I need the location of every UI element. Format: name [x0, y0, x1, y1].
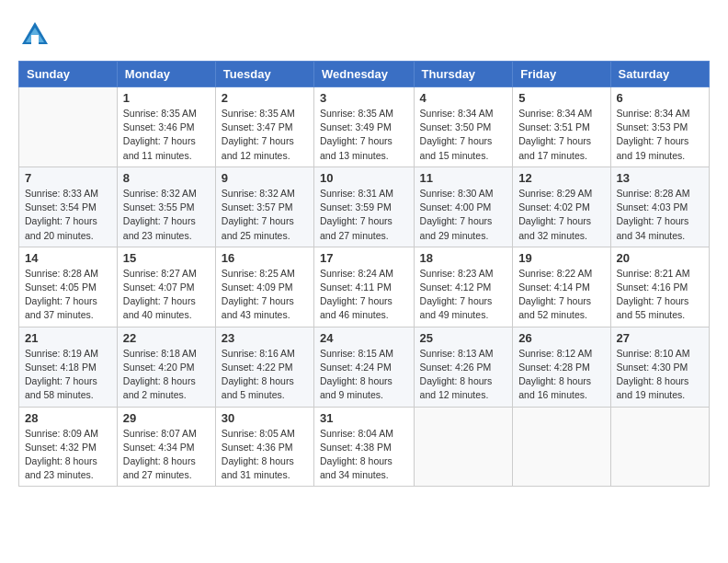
day-info: Sunrise: 8:18 AMSunset: 4:20 PMDaylight:… — [123, 347, 210, 403]
day-info: Sunrise: 8:30 AMSunset: 4:00 PMDaylight:… — [420, 187, 507, 243]
calendar-cell — [513, 407, 610, 487]
day-number: 28 — [25, 411, 111, 425]
day-info: Sunrise: 8:13 AMSunset: 4:26 PMDaylight:… — [420, 347, 507, 403]
logo-icon — [18, 18, 51, 52]
day-info: Sunrise: 8:07 AMSunset: 4:34 PMDaylight:… — [123, 427, 210, 483]
day-info: Sunrise: 8:12 AMSunset: 4:28 PMDaylight:… — [518, 347, 604, 403]
day-info: Sunrise: 8:35 AMSunset: 3:46 PMDaylight:… — [123, 107, 210, 163]
day-number: 15 — [123, 251, 210, 265]
calendar-cell: 13Sunrise: 8:28 AMSunset: 4:03 PMDayligh… — [610, 167, 709, 247]
weekday-header: Wednesday — [314, 62, 415, 87]
calendar-cell: 22Sunrise: 8:18 AMSunset: 4:20 PMDayligh… — [117, 327, 215, 407]
day-number: 18 — [420, 251, 507, 265]
day-info: Sunrise: 8:31 AMSunset: 3:59 PMDaylight:… — [320, 187, 408, 243]
day-info: Sunrise: 8:19 AMSunset: 4:18 PMDaylight:… — [25, 347, 111, 403]
calendar-cell: 5Sunrise: 8:34 AMSunset: 3:51 PMDaylight… — [513, 87, 610, 167]
day-info: Sunrise: 8:35 AMSunset: 3:49 PMDaylight:… — [320, 107, 408, 163]
day-number: 27 — [617, 331, 703, 345]
day-info: Sunrise: 8:16 AMSunset: 4:22 PMDaylight:… — [222, 347, 308, 403]
day-number: 12 — [518, 171, 604, 185]
day-info: Sunrise: 8:34 AMSunset: 3:50 PMDaylight:… — [420, 107, 507, 163]
day-number: 19 — [518, 251, 604, 265]
day-info: Sunrise: 8:34 AMSunset: 3:51 PMDaylight:… — [518, 107, 604, 163]
calendar-cell: 28Sunrise: 8:09 AMSunset: 4:32 PMDayligh… — [19, 407, 118, 487]
page: SundayMondayTuesdayWednesdayThursdayFrid… — [0, 0, 728, 496]
calendar-cell: 21Sunrise: 8:19 AMSunset: 4:18 PMDayligh… — [19, 327, 118, 407]
day-number: 6 — [617, 91, 703, 105]
calendar-cell — [414, 407, 513, 487]
day-number: 20 — [617, 251, 703, 265]
day-number: 7 — [25, 171, 111, 185]
weekday-header: Thursday — [414, 62, 513, 87]
day-info: Sunrise: 8:15 AMSunset: 4:24 PMDaylight:… — [320, 347, 408, 403]
day-info: Sunrise: 8:23 AMSunset: 4:12 PMDaylight:… — [420, 267, 507, 323]
weekday-header: Sunday — [19, 62, 118, 87]
day-number: 10 — [320, 171, 408, 185]
day-info: Sunrise: 8:32 AMSunset: 3:57 PMDaylight:… — [222, 187, 308, 243]
calendar-cell: 16Sunrise: 8:25 AMSunset: 4:09 PMDayligh… — [215, 247, 313, 327]
day-info: Sunrise: 8:04 AMSunset: 4:38 PMDaylight:… — [320, 427, 408, 483]
day-info: Sunrise: 8:29 AMSunset: 4:02 PMDaylight:… — [518, 187, 604, 243]
day-info: Sunrise: 8:21 AMSunset: 4:16 PMDaylight:… — [617, 267, 703, 323]
header — [18, 18, 710, 52]
calendar-cell: 19Sunrise: 8:22 AMSunset: 4:14 PMDayligh… — [513, 247, 610, 327]
day-info: Sunrise: 8:28 AMSunset: 4:05 PMDaylight:… — [25, 267, 111, 323]
calendar-cell: 17Sunrise: 8:24 AMSunset: 4:11 PMDayligh… — [314, 247, 415, 327]
calendar-cell: 23Sunrise: 8:16 AMSunset: 4:22 PMDayligh… — [215, 327, 313, 407]
calendar-week-row: 7Sunrise: 8:33 AMSunset: 3:54 PMDaylight… — [19, 167, 710, 247]
svg-rect-2 — [31, 35, 39, 44]
calendar-week-row: 14Sunrise: 8:28 AMSunset: 4:05 PMDayligh… — [19, 247, 710, 327]
day-number: 5 — [518, 91, 604, 105]
calendar-cell: 8Sunrise: 8:32 AMSunset: 3:55 PMDaylight… — [117, 167, 215, 247]
day-number: 24 — [320, 331, 408, 345]
day-info: Sunrise: 8:10 AMSunset: 4:30 PMDaylight:… — [617, 347, 703, 403]
day-number: 11 — [420, 171, 507, 185]
day-number: 16 — [222, 251, 308, 265]
logo — [18, 18, 55, 52]
day-number: 2 — [222, 91, 308, 105]
day-number: 31 — [320, 411, 408, 425]
day-number: 22 — [123, 331, 210, 345]
calendar-cell: 27Sunrise: 8:10 AMSunset: 4:30 PMDayligh… — [610, 327, 709, 407]
day-number: 23 — [222, 331, 308, 345]
calendar-cell: 25Sunrise: 8:13 AMSunset: 4:26 PMDayligh… — [414, 327, 513, 407]
day-number: 30 — [222, 411, 308, 425]
calendar-cell: 31Sunrise: 8:04 AMSunset: 4:38 PMDayligh… — [314, 407, 415, 487]
calendar-cell: 29Sunrise: 8:07 AMSunset: 4:34 PMDayligh… — [117, 407, 215, 487]
weekday-header: Monday — [117, 62, 215, 87]
weekday-header: Friday — [513, 62, 610, 87]
calendar-cell: 14Sunrise: 8:28 AMSunset: 4:05 PMDayligh… — [19, 247, 118, 327]
calendar-cell: 4Sunrise: 8:34 AMSunset: 3:50 PMDaylight… — [414, 87, 513, 167]
calendar-cell: 2Sunrise: 8:35 AMSunset: 3:47 PMDaylight… — [215, 87, 313, 167]
day-number: 1 — [123, 91, 210, 105]
day-info: Sunrise: 8:24 AMSunset: 4:11 PMDaylight:… — [320, 267, 408, 323]
day-info: Sunrise: 8:05 AMSunset: 4:36 PMDaylight:… — [222, 427, 308, 483]
calendar-cell: 11Sunrise: 8:30 AMSunset: 4:00 PMDayligh… — [414, 167, 513, 247]
calendar-cell: 6Sunrise: 8:34 AMSunset: 3:53 PMDaylight… — [610, 87, 709, 167]
calendar-week-row: 21Sunrise: 8:19 AMSunset: 4:18 PMDayligh… — [19, 327, 710, 407]
day-info: Sunrise: 8:22 AMSunset: 4:14 PMDaylight:… — [518, 267, 604, 323]
calendar-cell: 3Sunrise: 8:35 AMSunset: 3:49 PMDaylight… — [314, 87, 415, 167]
calendar-cell — [610, 407, 709, 487]
calendar-cell: 10Sunrise: 8:31 AMSunset: 3:59 PMDayligh… — [314, 167, 415, 247]
day-info: Sunrise: 8:25 AMSunset: 4:09 PMDaylight:… — [222, 267, 308, 323]
calendar-cell: 18Sunrise: 8:23 AMSunset: 4:12 PMDayligh… — [414, 247, 513, 327]
calendar-week-row: 28Sunrise: 8:09 AMSunset: 4:32 PMDayligh… — [19, 407, 710, 487]
day-info: Sunrise: 8:09 AMSunset: 4:32 PMDaylight:… — [25, 427, 111, 483]
day-number: 4 — [420, 91, 507, 105]
day-number: 17 — [320, 251, 408, 265]
day-number: 3 — [320, 91, 408, 105]
calendar-cell: 26Sunrise: 8:12 AMSunset: 4:28 PMDayligh… — [513, 327, 610, 407]
weekday-header: Tuesday — [215, 62, 313, 87]
calendar-cell: 7Sunrise: 8:33 AMSunset: 3:54 PMDaylight… — [19, 167, 118, 247]
day-number: 21 — [25, 331, 111, 345]
calendar-cell — [19, 87, 118, 167]
day-info: Sunrise: 8:33 AMSunset: 3:54 PMDaylight:… — [25, 187, 111, 243]
weekday-header-row: SundayMondayTuesdayWednesdayThursdayFrid… — [19, 62, 710, 87]
calendar-cell: 12Sunrise: 8:29 AMSunset: 4:02 PMDayligh… — [513, 167, 610, 247]
day-number: 29 — [123, 411, 210, 425]
calendar-cell: 15Sunrise: 8:27 AMSunset: 4:07 PMDayligh… — [117, 247, 215, 327]
day-number: 14 — [25, 251, 111, 265]
weekday-header: Saturday — [610, 62, 709, 87]
day-info: Sunrise: 8:28 AMSunset: 4:03 PMDaylight:… — [617, 187, 703, 243]
